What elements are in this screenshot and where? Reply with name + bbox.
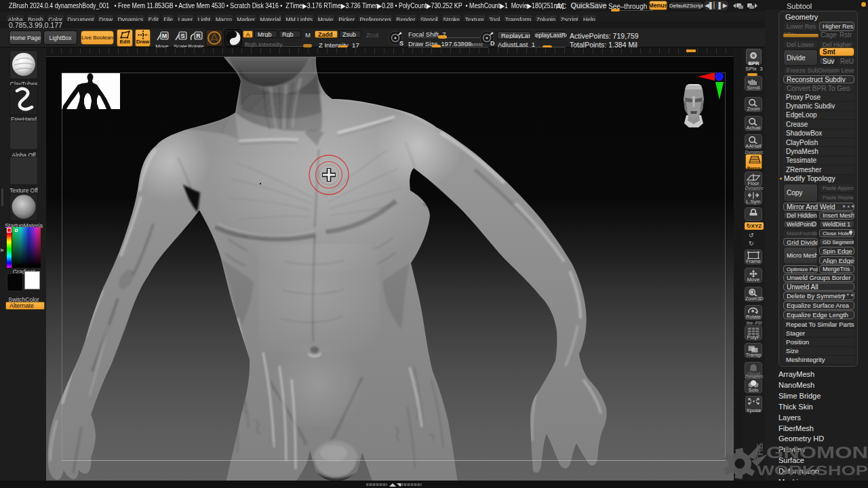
svg-text:R: R (196, 33, 201, 39)
svg-text:1: 1 (751, 120, 753, 124)
svg-text:S: S (180, 33, 184, 39)
svg-text:D: D (490, 40, 495, 47)
svg-text:WORKSHOP: WORKSHOP (757, 463, 868, 478)
svg-text:S: S (399, 40, 403, 47)
svg-text:THE: THE (755, 443, 765, 461)
svg-text:GNOMON: GNOMON (766, 443, 868, 462)
svg-text:M: M (162, 33, 167, 39)
